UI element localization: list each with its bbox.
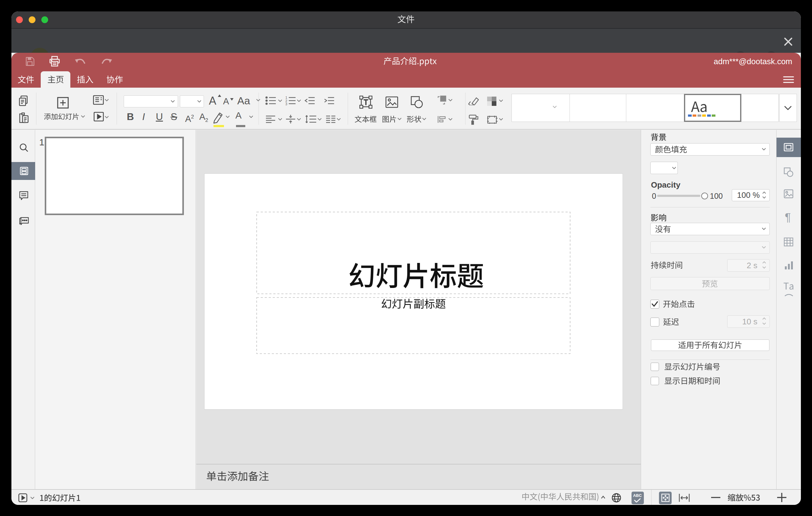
svg-text:3: 3 — [285, 102, 287, 106]
